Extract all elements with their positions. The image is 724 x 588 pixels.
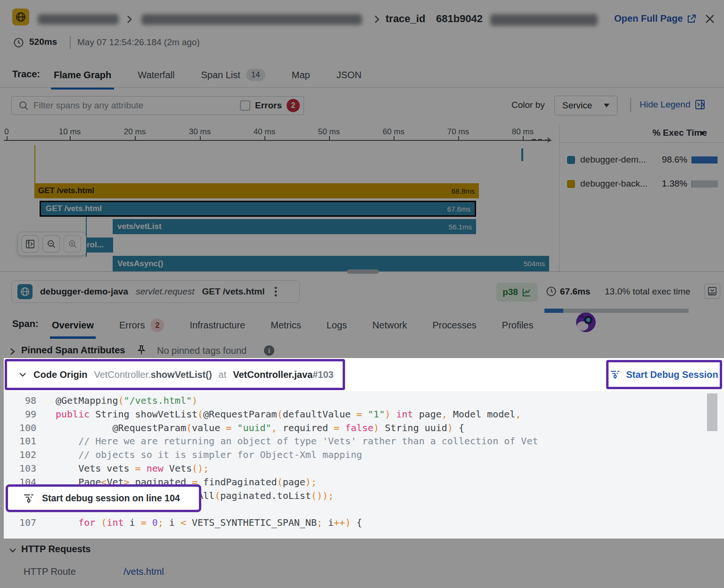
- breadcrumb-blurred-item[interactable]: [38, 14, 119, 24]
- start-debug-session-button[interactable]: Start Debug Session: [606, 360, 722, 389]
- kebab-menu-icon[interactable]: [272, 284, 279, 299]
- tab-errors[interactable]: Errors2: [118, 316, 165, 341]
- http-requests-title: HTTP Requests: [21, 544, 90, 555]
- tab-logs[interactable]: Logs: [326, 316, 348, 341]
- tab-overview[interactable]: Overview: [51, 316, 95, 341]
- code-line-number: 101: [4, 434, 36, 448]
- tab-label: Flame Graph: [54, 70, 111, 81]
- divider: [0, 87, 724, 88]
- color-by-value: Service: [562, 100, 592, 111]
- percentile-label: p38: [502, 287, 518, 297]
- collapse-panel-button[interactable]: [704, 284, 720, 299]
- service-globe-icon: [17, 284, 33, 299]
- flame-span-label: GET /vets.html: [46, 204, 102, 213]
- tab-profiles[interactable]: Profiles: [501, 316, 535, 341]
- flame-span-4[interactable]: VetsAsync()504ms: [113, 256, 549, 271]
- tab-label: Infrastructure: [189, 320, 245, 331]
- tab-processes[interactable]: Processes: [431, 316, 477, 341]
- code-line-text: for (int i = 0; i < VETS_SYNTHETIC_SPAN_…: [56, 516, 362, 530]
- tab-json[interactable]: JSON: [336, 66, 362, 90]
- close-icon[interactable]: [704, 13, 716, 24]
- flame-span-0[interactable]: GET /vets.html68.8ms: [34, 183, 479, 198]
- tab-network[interactable]: Network: [371, 316, 408, 341]
- tab-label: Processes: [432, 320, 476, 331]
- code-line-number: 99: [4, 408, 36, 421]
- zoom-out-button[interactable]: [42, 235, 60, 253]
- http-route-label: HTTP Route: [24, 566, 76, 577]
- trace-view-tabs: Flame GraphWaterfallSpan List14MapJSON: [53, 66, 362, 90]
- span-service-name: debugger-demo-java: [40, 286, 128, 297]
- code-line-number: 102: [4, 448, 36, 462]
- code-line-text: // objects so it is simpler for Object-X…: [56, 448, 362, 462]
- panel-drag-handle[interactable]: [347, 270, 379, 274]
- divider: [70, 36, 71, 49]
- service-globe-icon[interactable]: [12, 8, 29, 25]
- code-origin-chevron-icon[interactable]: [18, 371, 27, 378]
- errors-checkbox[interactable]: [240, 100, 250, 111]
- code-origin-file: VetController.java#103: [233, 369, 333, 380]
- code-snippet: 98@GetMapping("/vets.html")99public Stri…: [4, 391, 724, 539]
- tab-label: Waterfall: [138, 70, 174, 81]
- code-line: 98@GetMapping("/vets.html"): [4, 394, 720, 408]
- tab-infrastructure[interactable]: Infrastructure: [189, 316, 246, 341]
- pin-icon[interactable]: [137, 345, 146, 355]
- axis-overflow-dash: [538, 139, 542, 140]
- span-service-chip[interactable]: debugger-demo-java servlet.request GET /…: [11, 280, 300, 303]
- toggle-panel-button[interactable]: [21, 235, 39, 253]
- tab-error-badge: 2: [150, 318, 164, 332]
- external-link-icon: [687, 14, 696, 24]
- debug-line-tooltip[interactable]: Start debug session on line 104: [6, 484, 201, 512]
- flame-span-duration: 56.1ms: [449, 223, 472, 231]
- http-route-value[interactable]: /vets.html: [123, 566, 164, 577]
- pinned-section-chevron-icon[interactable]: [8, 347, 16, 356]
- span-tabs-label: Span:: [12, 318, 39, 329]
- panel-right-icon: [25, 239, 35, 249]
- axis-tick-label: 70 ms: [447, 127, 469, 137]
- tab-label: Metrics: [271, 320, 301, 331]
- open-full-page-link[interactable]: Open Full Page: [614, 13, 696, 24]
- tab-waterfall[interactable]: Waterfall: [137, 66, 175, 90]
- legend-color-swatch: [567, 180, 575, 188]
- info-icon[interactable]: i: [264, 345, 274, 356]
- zoom-in-button[interactable]: [64, 235, 81, 253]
- trace-duration: 520ms: [29, 37, 57, 47]
- tab-metrics[interactable]: Metrics: [270, 316, 302, 341]
- trace-id-value: 681b9042: [436, 13, 483, 25]
- flame-graph-toolbar: [17, 232, 86, 256]
- http-requests-chevron-icon[interactable]: [8, 547, 17, 554]
- trace-tabs-label: Trace:: [12, 69, 40, 80]
- code-origin-at: at: [219, 369, 227, 380]
- tiny-span-marker[interactable]: [521, 148, 523, 161]
- tab-span-list[interactable]: Span List14: [200, 66, 266, 90]
- tab-flame-graph[interactable]: Flame Graph: [53, 66, 112, 90]
- errors-filter[interactable]: Errors 2: [232, 96, 304, 115]
- tab-label: Logs: [327, 320, 347, 331]
- breadcrumb-blurred-item[interactable]: [141, 14, 362, 25]
- code-scrollbar-thumb[interactable]: [707, 393, 717, 431]
- code-line: 99public String showVetList(@RequestPara…: [4, 408, 720, 421]
- legend-row[interactable]: debugger-dem...98.6%: [567, 154, 718, 165]
- flame-span-1[interactable]: GET /vets.html67.6ms: [40, 201, 476, 217]
- latency-percentile-badge[interactable]: p38: [496, 283, 538, 302]
- code-origin-method: VetController.showVetList(): [94, 369, 212, 380]
- divider: [559, 142, 724, 143]
- span-filter-input[interactable]: [33, 100, 213, 111]
- hide-legend-link[interactable]: Hide Legend: [640, 99, 705, 110]
- legend-row[interactable]: debugger-back...1.38%: [567, 178, 718, 189]
- code-line-text: Vets vets = new Vets();: [56, 462, 209, 475]
- color-by-dropdown[interactable]: Service: [554, 96, 617, 115]
- code-line: 107 for (int i = 0; i < VETS_SYNTHETIC_S…: [4, 516, 720, 530]
- flame-span-2[interactable]: vets/vetList56.1ms: [113, 219, 476, 234]
- chevron-down-icon: [604, 104, 609, 107]
- code-line-number: 100: [4, 421, 36, 435]
- hide-legend-label: Hide Legend: [640, 99, 691, 110]
- divider: [559, 125, 559, 271]
- bits-mascot-avatar[interactable]: [576, 312, 596, 332]
- span-duration: 67.6ms: [560, 286, 590, 297]
- legend-color-swatch: [567, 156, 575, 164]
- flame-graph[interactable]: GET /vets.html68.8msGET /vets.html67.6ms…: [0, 141, 556, 271]
- legend-header[interactable]: % Exec Time: [559, 128, 707, 138]
- tab-map[interactable]: Map: [291, 66, 311, 90]
- legend-pct-bar: [691, 156, 718, 163]
- span-detail-tabs: OverviewErrors2InfrastructureMetricsLogs…: [51, 316, 535, 341]
